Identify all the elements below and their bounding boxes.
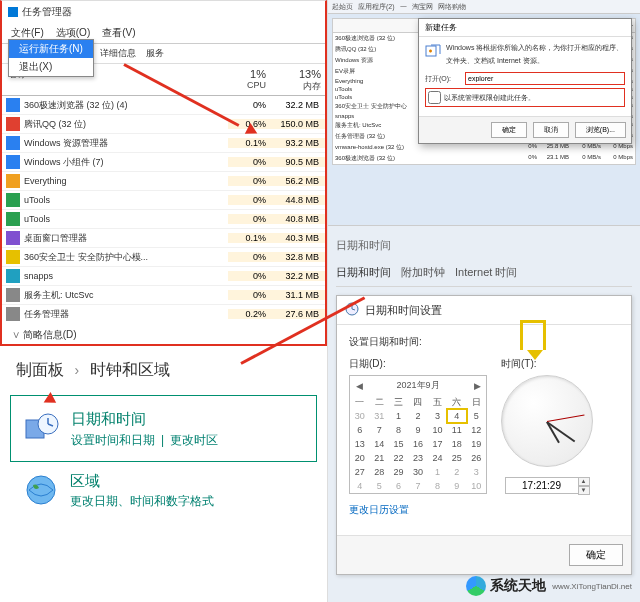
change-timezone-link[interactable]: 更改时区 [170,433,218,447]
calendar-day[interactable]: 8 [428,479,447,493]
prev-month-button[interactable]: ◀ [354,381,364,391]
calendar-day[interactable]: 5 [467,409,486,423]
browser-tab[interactable]: 起始页 [332,2,353,12]
calendar-day[interactable]: 24 [428,451,447,465]
run-dialog: 新建任务 Windows 将根据你所输入的名称，为你打开相应的程序、 文件夹、文… [418,18,632,144]
calendar-day[interactable]: 5 [369,479,388,493]
calendar-day[interactable]: 1 [428,465,447,479]
mini-row[interactable]: 360极速浏览器 (32 位)0%23.1 MB0 MB/s0 Mbps [333,153,635,164]
table-row[interactable]: uTools0%44.8 MB [2,191,325,210]
table-row[interactable]: 服务主机: UtcSvc0%31.1 MB [2,286,325,305]
next-month-button[interactable]: ▶ [472,381,482,391]
calendar-day[interactable]: 14 [369,437,388,451]
calendar-day[interactable]: 10 [428,423,447,437]
calendar-day[interactable]: 2 [408,409,427,423]
app-icon [6,307,20,321]
calendar-day[interactable]: 9 [408,423,427,437]
calendar-day[interactable]: 28 [369,465,388,479]
calendar-day[interactable]: 3 [428,409,447,423]
calendar-day[interactable]: 23 [408,451,427,465]
dow-header: 三 [389,395,408,409]
month-label[interactable]: 2021年9月 [396,379,439,392]
tab-internet-time[interactable]: Internet 时间 [455,265,517,280]
tab-details[interactable]: 详细信息 [98,46,138,61]
calendar-day[interactable]: 25 [447,451,466,465]
col-cpu[interactable]: 1%CPU [228,68,270,93]
run-new-task-item[interactable]: 运行新任务(N) [9,40,93,58]
calendar-day[interactable]: 13 [350,437,369,451]
calendar-day[interactable]: 27 [350,465,369,479]
browser-tab[interactable]: 网络购物 [438,2,466,12]
calendar-day[interactable]: 30 [350,409,369,423]
calendar-day[interactable]: 8 [389,423,408,437]
set-date-time-link[interactable]: 设置时间和日期 [71,433,155,447]
calendar-day[interactable]: 12 [467,423,486,437]
calendar-day[interactable]: 17 [428,437,447,451]
calendar-grid[interactable]: 一二三四五六日303112345678910111213141516171819… [350,395,486,493]
table-row[interactable]: Windows 小组件 (7)0%90.5 MB [2,153,325,172]
calendar-day[interactable]: 7 [369,423,388,437]
crumb-control-panel[interactable]: 制面板 [16,361,64,378]
spin-up[interactable]: ▲ [578,477,590,486]
admin-checkbox[interactable] [428,91,441,104]
calendar-day[interactable]: 10 [467,479,486,493]
tab-date-time[interactable]: 日期和时间 [336,265,391,280]
calendar-day[interactable]: 1 [389,409,408,423]
ok-button[interactable]: 确定 [491,122,527,138]
calendar-day[interactable]: 2 [447,465,466,479]
calendar-day[interactable]: 30 [408,465,427,479]
table-row[interactable]: 360极速浏览器 (32 位) (4)0%32.2 MB [2,96,325,115]
window-title: 任务管理器 [2,1,325,23]
col-mem[interactable]: 13%内存 [270,68,325,93]
table-row[interactable]: 360安全卫士 安全防护中心模...0%32.8 MB [2,248,325,267]
process-name: 360安全卫士 安全防护中心模... [24,251,228,264]
cancel-button[interactable]: 取消 [533,122,569,138]
fewer-details[interactable]: 简略信息(D) [2,322,325,344]
calendar-day[interactable]: 4 [447,409,466,423]
browser-tab[interactable]: 淘宝网 [412,2,433,12]
date-time-category[interactable]: 日期和时间 设置时间和日期|更改时区 [10,395,317,462]
browse-button[interactable]: 浏览(B)... [575,122,626,138]
table-row[interactable]: Windows 资源管理器0.1%93.2 MB [2,134,325,153]
open-input[interactable] [465,72,625,85]
region-sub[interactable]: 更改日期、时间和数字格式 [70,492,214,510]
calendar-day[interactable]: 11 [447,423,466,437]
calendar-day[interactable]: 31 [369,409,388,423]
browser-tab[interactable]: 应用程序(2) [358,2,395,12]
calendar-day[interactable]: 9 [447,479,466,493]
calendar-day[interactable]: 19 [467,437,486,451]
menu-view[interactable]: 查看(V) [99,25,138,41]
calendar-day[interactable]: 7 [408,479,427,493]
spin-down[interactable]: ▼ [578,486,590,495]
region-category[interactable]: 区域 更改日期、时间和数字格式 [10,470,317,523]
time-input[interactable] [505,477,579,494]
calendar-day[interactable]: 6 [350,423,369,437]
table-row[interactable]: uTools0%40.8 MB [2,210,325,229]
tab-additional-clocks[interactable]: 附加时钟 [401,265,445,280]
calendar-day[interactable]: 18 [447,437,466,451]
ok-button[interactable]: 确定 [569,544,623,566]
process-name: 桌面窗口管理器 [24,232,228,245]
table-row[interactable]: 桌面窗口管理器0.1%40.3 MB [2,229,325,248]
menu-bar: 文件(F) 选项(O) 查看(V) 运行新任务(N) 退出(X) [2,23,325,44]
table-row[interactable]: 腾讯QQ (32 位)0.6%150.0 MB [2,115,325,134]
table-row[interactable]: 任务管理器0.2%27.6 MB [2,305,325,322]
exit-item[interactable]: 退出(X) [9,58,93,76]
calendar-day[interactable]: 6 [389,479,408,493]
table-row[interactable]: snapps0%32.2 MB [2,267,325,286]
calendar-day[interactable]: 20 [350,451,369,465]
calendar-day[interactable]: 3 [467,465,486,479]
admin-checkbox-row[interactable]: 以系统管理权限创建此任务。 [425,88,625,107]
change-calendar-settings-link[interactable]: 更改日历设置 [349,495,409,525]
calendar-day[interactable]: 29 [389,465,408,479]
tab-services[interactable]: 服务 [144,46,166,61]
crumb-clock-region[interactable]: 时钟和区域 [90,361,170,378]
calendar-day[interactable]: 22 [389,451,408,465]
calendar-day[interactable]: 21 [369,451,388,465]
table-row[interactable]: Everything0%56.2 MB [2,172,325,191]
calendar-day[interactable]: 4 [350,479,369,493]
calendar-day[interactable]: 15 [389,437,408,451]
calendar-day[interactable]: 16 [408,437,427,451]
browser-tab[interactable]: 一 [400,2,407,12]
calendar-day[interactable]: 26 [467,451,486,465]
